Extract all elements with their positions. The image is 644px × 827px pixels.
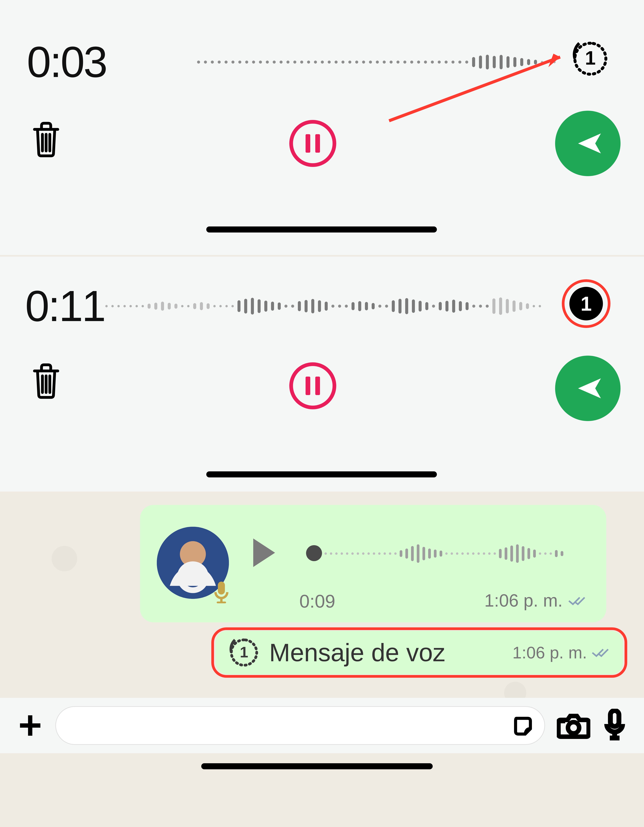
delete-recording-button[interactable] <box>30 121 62 158</box>
message-input[interactable] <box>55 706 545 745</box>
delivered-ticks-icon <box>591 643 610 662</box>
recording-waveform[interactable] <box>197 54 564 70</box>
svg-rect-7 <box>220 598 223 602</box>
home-indicator <box>206 471 437 477</box>
recording-timer: 0:03 <box>27 37 106 87</box>
attach-button[interactable] <box>17 712 44 739</box>
voice-message-duration: 0:09 <box>299 590 335 612</box>
voice-message-timestamp: 1:06 p. m. <box>484 590 586 611</box>
svg-point-10 <box>568 722 579 733</box>
recording-timer: 0:11 <box>25 281 104 331</box>
timestamp-text: 1:06 p. m. <box>512 643 587 662</box>
svg-rect-6 <box>218 582 225 595</box>
chat-input-bar <box>0 698 644 753</box>
play-button[interactable] <box>253 538 275 567</box>
viewonce-label: Mensaje de voz <box>269 638 502 667</box>
view-once-icon: 1 <box>229 637 259 668</box>
delivered-ticks-icon <box>568 590 586 611</box>
voice-message-bubble[interactable]: 0:09 1:06 p. m. <box>140 505 606 623</box>
svg-text:1: 1 <box>585 47 596 69</box>
send-voice-button[interactable] <box>555 111 621 176</box>
camera-button[interactable] <box>557 710 590 741</box>
delete-recording-button[interactable] <box>30 362 62 399</box>
view-once-toggle-off[interactable]: 1 <box>572 40 609 77</box>
viewonce-voice-bubble[interactable]: 1 Mensaje de voz 1:06 p. m. <box>215 631 623 674</box>
pause-recording-button[interactable] <box>289 362 336 409</box>
viewonce-timestamp: 1:06 p. m. <box>512 643 610 662</box>
home-indicator <box>206 226 437 232</box>
sticker-button[interactable] <box>513 715 534 737</box>
svg-text:1: 1 <box>240 644 248 661</box>
pause-recording-button[interactable] <box>289 120 336 167</box>
chat-panel: 0:09 1:06 p. m. 1 Mensaje de voz 1:06 p.… <box>0 492 644 827</box>
view-once-toggle-on[interactable]: 1 <box>569 287 603 320</box>
microphone-button[interactable] <box>602 709 627 742</box>
send-voice-button[interactable] <box>555 356 621 421</box>
timestamp-text: 1:06 p. m. <box>484 590 563 611</box>
home-indicator <box>201 763 433 769</box>
recording-waveform[interactable] <box>105 298 560 315</box>
svg-rect-11 <box>610 711 619 727</box>
recording-panel-2: 0:11 1 <box>0 257 644 492</box>
message-waveform[interactable] <box>324 543 586 565</box>
svg-rect-8 <box>217 602 226 603</box>
recording-panel-1: 0:03 1 <box>0 0 644 255</box>
microphone-badge-icon <box>212 580 231 604</box>
playback-scrubber[interactable] <box>306 545 322 561</box>
